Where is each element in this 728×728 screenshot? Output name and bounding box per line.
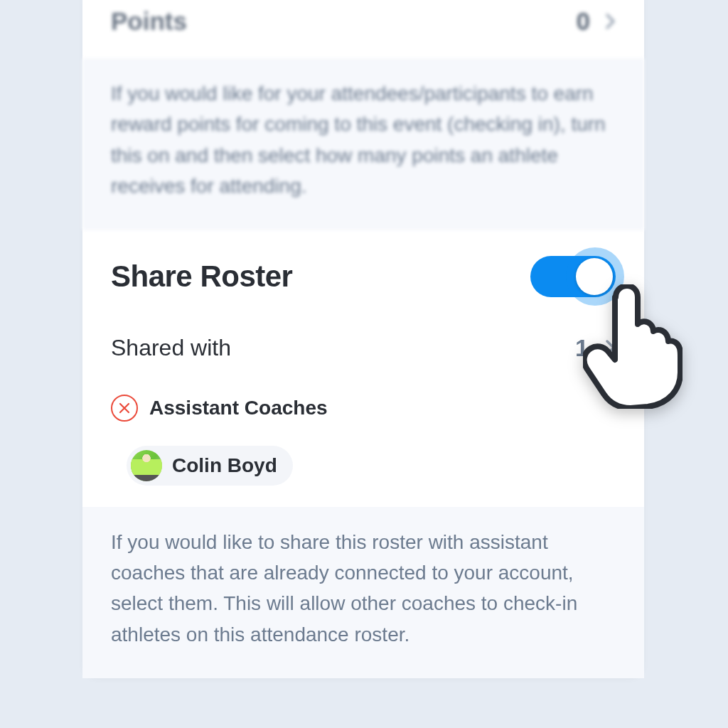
- remove-group-button[interactable]: [111, 395, 138, 422]
- share-roster-header: Share Roster: [111, 256, 616, 297]
- assistant-coaches-group: Assistant Coaches: [111, 395, 616, 422]
- share-roster-title: Share Roster: [111, 259, 292, 294]
- chevron-right-icon: [606, 14, 616, 29]
- points-hint-box: If you would like for your attendees/par…: [82, 58, 644, 230]
- share-roster-toggle[interactable]: [530, 256, 616, 297]
- coach-name: Colin Boyd: [172, 454, 277, 477]
- toggle-knob: [576, 258, 613, 295]
- share-roster-hint-box: If you would like to share this roster w…: [82, 507, 644, 679]
- points-value: 0: [577, 7, 590, 36]
- coach-chip[interactable]: Colin Boyd: [127, 446, 293, 486]
- shared-with-label: Shared with: [111, 335, 575, 361]
- assistant-coaches-label: Assistant Coaches: [149, 397, 328, 419]
- share-roster-section: Share Roster Shared with 1 Assistant Coa…: [82, 230, 644, 507]
- shared-with-row[interactable]: Shared with 1: [111, 334, 616, 362]
- points-hint-text: If you would like for your attendees/par…: [111, 78, 616, 202]
- avatar: [131, 450, 162, 481]
- points-row[interactable]: Points 0: [82, 0, 644, 58]
- points-label: Points: [111, 7, 577, 36]
- shared-with-count: 1: [575, 334, 589, 362]
- chevron-right-icon: [606, 340, 616, 355]
- share-roster-hint-text: If you would like to share this roster w…: [111, 527, 616, 651]
- settings-card: Points 0 If you would like for your atte…: [82, 0, 644, 678]
